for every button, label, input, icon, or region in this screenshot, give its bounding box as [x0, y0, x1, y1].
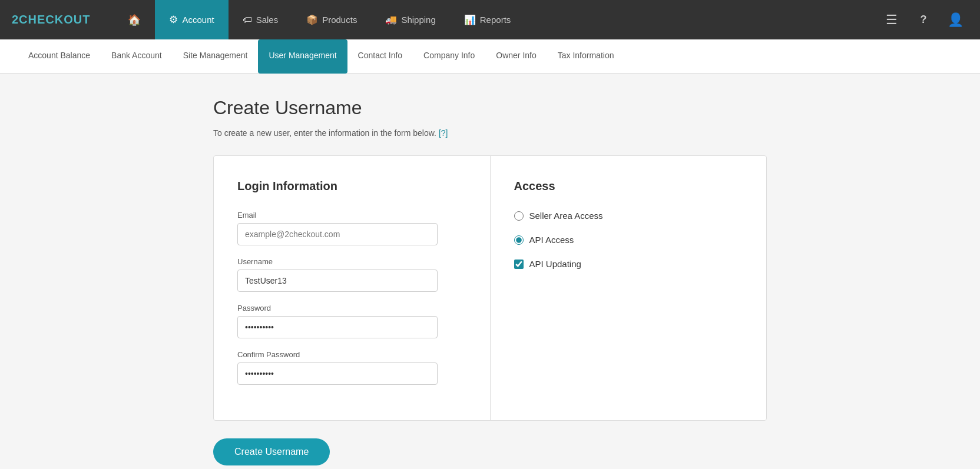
create-username-button[interactable]: Create Username [213, 438, 330, 465]
help-link[interactable]: [?] [439, 128, 448, 138]
logo: 2CHECKOUT [12, 13, 90, 26]
nav-right-icons: ☰ ? 👤 [879, 7, 968, 33]
nav-item-products[interactable]: 📦 Products [292, 0, 371, 39]
confirm-password-group: Confirm Password [237, 350, 466, 385]
nav-item-reports-label: Reports [480, 15, 511, 25]
seller-area-access-item: Seller Area Access [514, 211, 743, 221]
seller-area-access-radio[interactable] [514, 211, 524, 221]
main-content: Create Username To create a new user, en… [196, 97, 784, 465]
home-icon: 🏠 [128, 14, 141, 26]
email-label: Email [237, 211, 466, 219]
confirm-password-label: Confirm Password [237, 350, 466, 359]
chart-icon: 📊 [464, 14, 476, 25]
api-access-radio[interactable] [514, 235, 524, 245]
subnav-user-management[interactable]: User Management [258, 39, 347, 74]
api-updating-label: API Updating [529, 259, 581, 269]
password-group: Password [237, 304, 466, 338]
user-profile-icon: 👤 [948, 12, 964, 28]
nav-item-sales[interactable]: 🏷 Sales [229, 0, 293, 39]
subnav-site-management[interactable]: Site Management [173, 39, 259, 74]
subnav-company-info[interactable]: Company Info [413, 39, 485, 74]
submit-section: Create Username [213, 438, 767, 465]
question-icon: ? [921, 14, 927, 26]
nav-item-reports[interactable]: 📊 Reports [450, 0, 525, 39]
products-icon: 📦 [306, 14, 318, 25]
subnav-owner-info[interactable]: Owner Info [485, 39, 547, 74]
page-title: Create Username [213, 97, 767, 119]
login-section-title: Login Information [237, 179, 466, 193]
logo-text: 2CHECKOUT [12, 13, 90, 26]
username-group: Username [237, 257, 466, 292]
email-group: Email [237, 211, 466, 245]
messages-button[interactable]: ☰ [879, 7, 905, 33]
subnav-contact-info[interactable]: Contact Info [347, 39, 413, 74]
username-field[interactable] [237, 270, 438, 292]
subnav-tax-information[interactable]: Tax Information [547, 39, 625, 74]
nav-item-account[interactable]: ⚙ Account [155, 0, 228, 39]
nav-item-account-label: Account [182, 15, 214, 25]
nav-item-sales-label: Sales [256, 15, 279, 25]
username-label: Username [237, 257, 466, 266]
subnav-account-balance[interactable]: Account Balance [18, 39, 101, 74]
nav-item-shipping-label: Shipping [401, 15, 435, 25]
subnav-bank-account[interactable]: Bank Account [101, 39, 173, 74]
messages-icon: ☰ [886, 12, 898, 28]
gear-icon: ⚙ [169, 14, 178, 26]
nav-item-home[interactable]: 🏠 [114, 0, 155, 39]
nav-item-products-label: Products [322, 15, 357, 25]
seller-area-access-label: Seller Area Access [529, 211, 603, 221]
top-navigation: 2CHECKOUT 🏠 ⚙ Account 🏷 Sales 📦 Products… [0, 0, 980, 39]
login-information-section: Login Information Email Username Passwor… [214, 156, 491, 420]
access-section-title: Access [514, 179, 743, 193]
sub-navigation: Account Balance Bank Account Site Manage… [0, 39, 980, 74]
help-button[interactable]: ? [911, 7, 936, 33]
page-description: To create a new user, enter the informat… [213, 128, 767, 138]
password-label: Password [237, 304, 466, 312]
confirm-password-field[interactable] [237, 362, 438, 385]
truck-icon: 🚚 [385, 14, 397, 25]
api-access-item: API Access [514, 235, 743, 245]
password-field[interactable] [237, 316, 438, 338]
form-card: Login Information Email Username Passwor… [213, 155, 767, 421]
api-access-label: API Access [529, 235, 574, 245]
access-section: Access Seller Area Access API Access API… [491, 156, 767, 420]
api-updating-item: API Updating [514, 259, 743, 269]
api-updating-checkbox[interactable] [514, 260, 524, 269]
user-profile-button[interactable]: 👤 [942, 7, 968, 33]
nav-item-shipping[interactable]: 🚚 Shipping [371, 0, 449, 39]
tag-icon: 🏷 [243, 15, 252, 25]
nav-items: 🏠 ⚙ Account 🏷 Sales 📦 Products 🚚 Shippin… [114, 0, 879, 39]
email-field[interactable] [237, 223, 438, 245]
